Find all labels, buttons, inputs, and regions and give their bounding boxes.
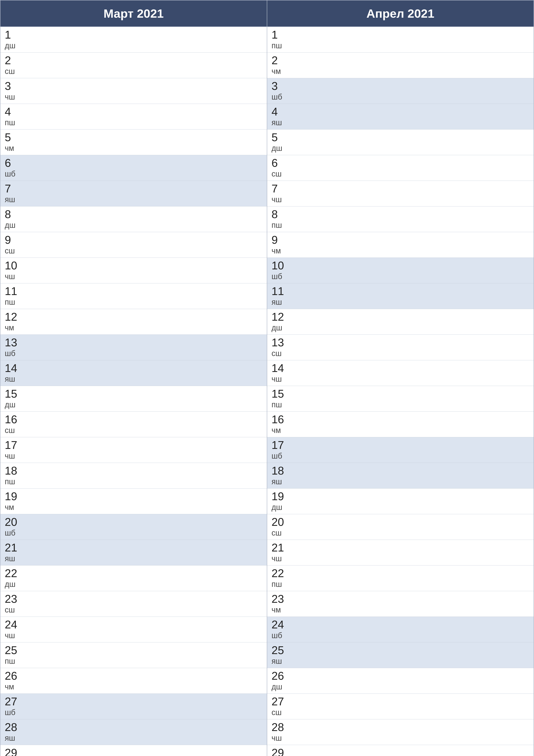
- day-name: пш: [5, 657, 22, 666]
- day-info: 18 яш: [271, 465, 289, 486]
- march-day-row: 13 шб: [0, 335, 267, 360]
- day-number: 10: [271, 260, 289, 271]
- day-name: яш: [5, 554, 22, 563]
- march-day-row: 5 чм: [0, 129, 267, 155]
- day-number: 14: [5, 363, 22, 374]
- day-info: 17 чш: [5, 440, 22, 461]
- day-name: дш: [271, 503, 289, 512]
- day-name: яш: [271, 118, 289, 127]
- day-info: 26 дш: [271, 670, 289, 691]
- day-number: 2: [5, 55, 22, 66]
- day-info: 28 чш: [271, 721, 289, 742]
- march-day-row: 24 чш: [0, 617, 267, 642]
- day-name: сш: [271, 169, 289, 178]
- day-info: 22 дш: [5, 568, 22, 589]
- day-info: 19 дш: [271, 491, 289, 512]
- april-day-row: 1 пш: [267, 27, 534, 53]
- day-name: чм: [271, 246, 289, 256]
- april-day-row: 15 пш: [267, 386, 534, 412]
- march-day-row: 14 яш: [0, 360, 267, 386]
- march-day-row: 27 шб: [0, 694, 267, 719]
- day-info: 12 чм: [5, 311, 22, 332]
- march-day-row: 10 чш: [0, 258, 267, 284]
- day-number: 5: [5, 132, 22, 143]
- day-number: 1: [5, 29, 22, 40]
- day-name: яш: [5, 734, 22, 742]
- day-info: 6 сш: [271, 157, 289, 178]
- april-day-row: 2 чм: [267, 53, 534, 78]
- april-day-row: 28 чш: [267, 719, 534, 745]
- day-number: 25: [5, 645, 22, 656]
- day-number: 11: [271, 285, 289, 297]
- day-number: 24: [5, 619, 22, 630]
- day-number: 17: [5, 440, 22, 451]
- day-name: яш: [271, 477, 289, 486]
- day-name: сш: [5, 606, 22, 614]
- april-day-row: 10 шб: [267, 258, 534, 284]
- day-name: чм: [271, 67, 289, 76]
- march-day-row: 29 дш: [0, 745, 267, 756]
- march-day-row: 12 чм: [0, 309, 267, 335]
- day-info: 24 чш: [5, 619, 22, 640]
- day-number: 1: [271, 29, 289, 40]
- day-number: 4: [271, 106, 289, 117]
- day-number: 23: [271, 593, 289, 605]
- april-day-row: 17 шб: [267, 437, 534, 463]
- day-name: сш: [271, 349, 289, 358]
- day-number: 26: [5, 670, 22, 682]
- march-day-row: 1 дш: [0, 27, 267, 53]
- march-day-row: 26 чм: [0, 668, 267, 694]
- april-day-row: 7 чш: [267, 181, 534, 206]
- day-name: шб: [5, 708, 22, 717]
- april-header: Апрел 2021: [267, 0, 534, 27]
- march-header: Март 2021: [0, 0, 267, 27]
- day-info: 4 пш: [5, 106, 22, 127]
- day-name: сш: [271, 708, 289, 717]
- day-number: 22: [5, 568, 22, 579]
- day-name: шб: [271, 451, 289, 461]
- day-name: чм: [5, 323, 22, 332]
- march-day-row: 16 сш: [0, 412, 267, 437]
- day-info: 7 яш: [5, 183, 22, 204]
- day-number: 12: [271, 311, 289, 322]
- march-day-row: 4 пш: [0, 104, 267, 129]
- march-day-row: 18 пш: [0, 463, 267, 489]
- day-name: пш: [271, 400, 289, 409]
- day-info: 21 чш: [271, 542, 289, 563]
- day-name: пш: [5, 477, 22, 486]
- day-info: 12 дш: [271, 311, 289, 332]
- day-name: чш: [271, 375, 289, 384]
- day-name: шб: [5, 349, 22, 358]
- day-number: 28: [5, 721, 22, 733]
- april-day-row: 13 сш: [267, 335, 534, 360]
- day-name: дш: [5, 400, 22, 409]
- day-info: 11 пш: [5, 285, 22, 307]
- calendar-container: Март 2021 Апрел 2021 1 дш 2 сш 3 чш 4: [0, 0, 534, 756]
- day-number: 6: [271, 157, 289, 169]
- day-number: 7: [271, 183, 289, 194]
- day-name: шб: [271, 631, 289, 640]
- day-info: 20 шб: [5, 516, 22, 537]
- day-number: 15: [271, 388, 289, 399]
- day-number: 13: [271, 337, 289, 348]
- march-day-row: 17 чш: [0, 437, 267, 463]
- april-day-row: 21 чш: [267, 540, 534, 565]
- day-info: 25 пш: [5, 645, 22, 666]
- day-name: шб: [5, 528, 22, 537]
- day-number: 20: [5, 516, 22, 527]
- day-info: 8 дш: [5, 209, 22, 230]
- day-info: 5 дш: [271, 132, 289, 153]
- day-info: 2 сш: [5, 55, 22, 76]
- day-info: 2 чм: [271, 55, 289, 76]
- march-day-row: 6 шб: [0, 155, 267, 181]
- march-column: 1 дш 2 сш 3 чш 4 пш 5 чм: [0, 27, 267, 756]
- april-day-row: 14 чш: [267, 360, 534, 386]
- day-info: 18 пш: [5, 465, 22, 486]
- april-day-row: 20 сш: [267, 514, 534, 540]
- april-day-row: 4 яш: [267, 104, 534, 129]
- march-day-row: 23 сш: [0, 591, 267, 617]
- april-day-row: 6 сш: [267, 155, 534, 181]
- day-name: пш: [271, 580, 289, 589]
- day-info: 29 пш: [271, 747, 289, 756]
- day-info: 1 пш: [271, 29, 289, 50]
